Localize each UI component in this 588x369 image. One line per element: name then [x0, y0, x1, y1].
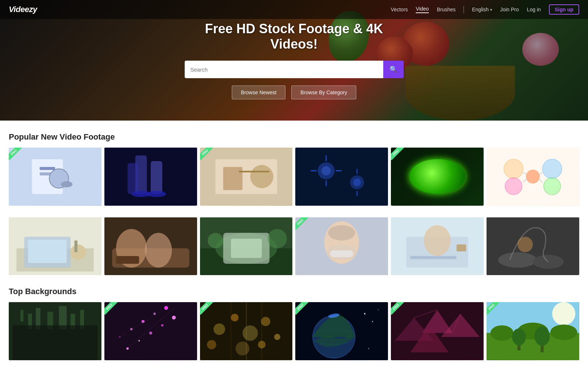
video-thumb-8[interactable]: [104, 217, 197, 275]
svg-point-81: [138, 340, 140, 342]
svg-point-127: [512, 328, 526, 346]
svg-point-63: [424, 225, 451, 256]
svg-point-30: [504, 159, 523, 179]
svg-rect-65: [457, 244, 466, 251]
svg-point-112: [368, 348, 369, 349]
bg-thumb-2[interactable]: [104, 302, 197, 360]
video-thumb-9[interactable]: [200, 217, 293, 275]
svg-rect-66: [487, 217, 579, 275]
bg-thumb-5[interactable]: [391, 302, 484, 360]
brand-logo[interactable]: Videezy: [9, 5, 37, 14]
svg-point-15: [250, 165, 273, 188]
search-input[interactable]: [185, 61, 383, 78]
svg-rect-2: [40, 167, 55, 170]
green-orb: [410, 159, 465, 194]
svg-point-97: [274, 334, 280, 340]
svg-rect-53: [231, 239, 262, 258]
svg-point-93: [214, 323, 225, 335]
svg-rect-79: [104, 302, 197, 360]
backgrounds-section-title: Top Backgrounds: [9, 287, 579, 296]
search-icon: 🔍: [389, 65, 397, 73]
svg-rect-14: [223, 167, 242, 190]
navbar-divider: [464, 6, 464, 13]
svg-rect-71: [20, 310, 23, 322]
svg-point-25: [353, 179, 361, 186]
video-thumb-5[interactable]: [391, 148, 484, 206]
bg-thumb-4[interactable]: [295, 302, 388, 360]
svg-point-109: [364, 313, 366, 315]
video-thumb-11[interactable]: [391, 217, 484, 275]
svg-point-5: [61, 181, 73, 187]
svg-point-95: [242, 326, 258, 341]
bg-thumb-6[interactable]: [487, 302, 579, 360]
join-pro-link[interactable]: Join Pro: [500, 7, 519, 12]
nav-link-brushes[interactable]: Brushes: [437, 7, 456, 12]
svg-point-98: [207, 340, 216, 349]
navbar-right: Vectors Video Brushes English Join Pro L…: [391, 4, 579, 15]
svg-rect-48: [116, 256, 139, 263]
svg-rect-8: [151, 161, 162, 194]
video-thumb-2[interactable]: [104, 148, 197, 206]
svg-point-33: [544, 178, 561, 195]
svg-point-84: [172, 316, 176, 320]
svg-point-42: [70, 244, 86, 260]
login-link[interactable]: Log in: [527, 7, 541, 12]
svg-point-99: [235, 342, 249, 355]
navbar: Videezy Vectors Video Brushes English Jo…: [0, 0, 588, 19]
pro-badge-5: [391, 148, 405, 161]
nav-link-video[interactable]: Video: [416, 6, 429, 13]
svg-point-69: [518, 237, 533, 252]
svg-point-125: [550, 325, 577, 340]
signup-button[interactable]: Sign up: [549, 4, 579, 15]
svg-point-110: [372, 321, 373, 322]
svg-rect-64: [410, 256, 457, 259]
svg-rect-43: [74, 240, 77, 252]
svg-rect-41: [28, 240, 67, 263]
browse-newest-button[interactable]: Browse Newest: [232, 85, 285, 99]
svg-point-67: [498, 252, 537, 267]
video-thumb-10[interactable]: [295, 217, 388, 275]
video-thumb-4[interactable]: [295, 148, 388, 206]
bg-thumb-3[interactable]: [200, 302, 293, 360]
svg-point-129: [534, 327, 550, 346]
pro-badge-bg3: [200, 302, 214, 316]
svg-point-55: [268, 229, 287, 248]
svg-rect-16: [238, 171, 269, 172]
svg-point-54: [208, 233, 223, 248]
video-thumb-1[interactable]: [9, 148, 101, 206]
svg-rect-78: [13, 326, 98, 360]
main-content: Popular New Video Footage: [0, 121, 588, 369]
svg-point-29: [526, 170, 540, 183]
video-thumb-3[interactable]: [200, 148, 293, 206]
search-button[interactable]: 🔍: [383, 61, 404, 78]
svg-point-88: [153, 313, 155, 315]
pro-badge-bg6: [487, 302, 500, 316]
svg-point-31: [543, 159, 562, 179]
bg-thumb-1[interactable]: [9, 302, 101, 360]
popular-section-title: Popular New Video Footage: [9, 132, 579, 142]
pro-badge-1: [9, 148, 23, 161]
svg-rect-59: [330, 250, 353, 257]
popular-video-grid-row2: [9, 217, 579, 275]
search-bar: 🔍: [185, 61, 404, 78]
nav-link-vectors[interactable]: Vectors: [391, 7, 408, 12]
svg-rect-3: [40, 172, 51, 175]
svg-rect-9: [127, 163, 138, 194]
svg-point-94: [231, 314, 238, 322]
video-thumb-7[interactable]: [9, 217, 101, 275]
browse-category-button[interactable]: Browse By Category: [291, 85, 356, 99]
backgrounds-grid: [9, 302, 579, 360]
video-thumb-12[interactable]: [487, 217, 579, 275]
svg-point-68: [533, 255, 564, 269]
hero-title: Free HD Stock Footage & 4K Videos!: [185, 21, 404, 52]
svg-point-121: [552, 302, 575, 325]
hero-content: Free HD Stock Footage & 4K Videos! 🔍 Bro…: [185, 21, 404, 99]
language-selector[interactable]: English: [472, 7, 492, 12]
pro-badge-bg2: [104, 302, 118, 316]
svg-rect-17: [295, 148, 388, 206]
svg-point-111: [378, 309, 379, 310]
svg-point-60: [328, 225, 355, 240]
svg-point-19: [322, 166, 331, 175]
pro-badge-bg5: [391, 302, 405, 316]
video-thumb-6[interactable]: [487, 148, 579, 206]
